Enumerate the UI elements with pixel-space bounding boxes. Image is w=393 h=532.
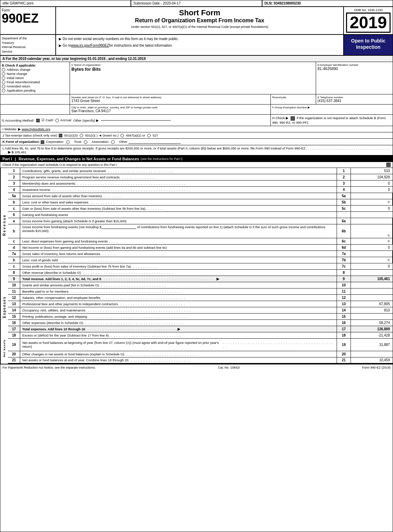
cash-checkbox[interactable]: [36, 119, 40, 122]
address-change-item: Address change: [2, 68, 68, 71]
j-527-radio[interactable]: [147, 134, 151, 137]
row-7a: 7a Gross sales of inventory, less return…: [8, 251, 393, 257]
section-c: C Name of organization Bytes for Bits: [70, 62, 316, 94]
k-assoc-radio[interactable]: [84, 140, 87, 144]
app-pending-label: Application pending: [7, 88, 36, 92]
revenue-section: Revenue 1 Contributions, gifts, grants, …: [0, 168, 393, 282]
efile-text: efile GRAPHIC print: [2, 1, 33, 5]
h-checkbox[interactable]: [291, 116, 295, 121]
instructions-area: ▶ Do not enter social security numbers o…: [56, 35, 344, 55]
row-7b: b Less: cost of goods sold . . . . . . .…: [8, 257, 393, 263]
row6d-line: 6d: [337, 245, 351, 250]
efile-label: efile GRAPHIC print: [0, 0, 131, 6]
city-section: City or town, state or province, country…: [70, 105, 271, 114]
row6c-box: 6c: [337, 238, 351, 244]
row8-num: 8: [8, 270, 20, 276]
amended-return-radio[interactable]: [2, 85, 5, 88]
l-row: L Add lines 5b, 6c, and 7b to line 9 to …: [0, 145, 393, 156]
row19-value: 31,887: [351, 339, 393, 351]
row18-desc: Excess or (deficit) for the year (Subtra…: [20, 332, 337, 338]
part1-label: Part I: [2, 157, 12, 161]
dln-text: DLN: 93492108000230: [265, 1, 301, 5]
row6c-num: c: [8, 238, 20, 244]
row10-desc: Grants and similar amounts paid (list in…: [20, 282, 337, 288]
dept1: Department of the: [2, 36, 54, 41]
j-501c3-checkbox[interactable]: [59, 134, 62, 137]
row7b-desc: Less: cost of goods sold . . . . . . . .…: [20, 257, 337, 263]
row13-value: 67,805: [351, 301, 393, 307]
bcd-row: B Check if applicable: Address change Na…: [0, 62, 393, 94]
row1-value: 533: [351, 168, 393, 174]
row5b-box: 5b: [337, 199, 351, 205]
row6c-amount: 0: [351, 238, 393, 244]
f-label: F Group Exemption Number ▶: [272, 106, 391, 109]
submission-text: Submission Date - 2020-04-17: [133, 1, 181, 5]
row15-line: 15: [337, 314, 351, 319]
d-label: D Employer identification number: [317, 63, 391, 67]
row9-line: 9: [337, 276, 351, 282]
section-e: E Telephone number (415) 637-3841: [316, 94, 393, 104]
row5b-amount: 0: [351, 199, 393, 205]
accrual-radio[interactable]: [55, 119, 59, 122]
address-change-radio[interactable]: [2, 68, 5, 71]
row11-value: [351, 288, 393, 294]
row5b-desc: Less: cost or other basis and sales expe…: [20, 199, 337, 205]
row6a-box: 6a: [337, 218, 351, 224]
k-other-radio[interactable]: [111, 140, 115, 144]
l-arrow: ▶ $: [8, 150, 15, 154]
row-6: 6 Gaming and fundraising events: [8, 212, 393, 218]
row5c-num: c: [8, 206, 20, 211]
name-change-item: Name change: [2, 72, 68, 76]
part1-check-line: Check if the organization used Schedule …: [0, 162, 393, 168]
app-pending-radio[interactable]: [2, 89, 5, 92]
addr-value: 1743 Grove Street: [71, 99, 269, 103]
row19-desc: Net assets or fund balances at beginning…: [20, 339, 337, 351]
row6d-desc: Net income or (loss) from gaming and fun…: [20, 245, 337, 250]
row-12: 12 Salaries, other compensation, and emp…: [8, 295, 393, 301]
row-9: 9 Total revenue. Add lines 1, 2, 3, 4, 5…: [8, 276, 393, 282]
net-assets-section: Net Assets 18 Excess or (deficit) for th…: [0, 332, 393, 364]
ssn-warning-line: ▶ Do not enter social security numbers o…: [59, 37, 340, 41]
row3-line: 3: [337, 180, 351, 186]
row12-value: [351, 295, 393, 301]
amended-return-label: Amended return: [7, 84, 30, 88]
dln: DLN: 93492108000230: [262, 0, 393, 6]
row-20: 20 Other changes in net assets or fund b…: [8, 351, 393, 357]
i-value[interactable]: www.bytes4bits.org: [22, 127, 50, 131]
name-change-radio[interactable]: [2, 72, 5, 76]
row19-line: 19: [337, 339, 351, 351]
part1-checkbox[interactable]: [386, 163, 391, 167]
short-form-title: Short Form: [57, 8, 342, 17]
row12-line: 12: [337, 295, 351, 301]
final-return-radio[interactable]: [2, 80, 5, 84]
irs-url[interactable]: www.irs.gov/Form990EZ: [71, 44, 109, 47]
net-assets-side-label: Net Assets: [0, 332, 8, 364]
initial-return-label: Initial return: [7, 76, 24, 80]
j-4947-radio[interactable]: [120, 134, 124, 137]
row10-num: 10: [8, 282, 20, 288]
row-11: 11 Benefits paid to or for members . . .…: [8, 288, 393, 295]
row-19: 19 Net assets or fund balances at beginn…: [8, 339, 393, 351]
row3-desc: Membership dues and assessments . . . . …: [20, 180, 337, 186]
part1-subtext: Check if the organization used Schedule …: [2, 163, 117, 167]
g-other: Other (specify) ▶: [73, 118, 99, 122]
row2-line: 2: [337, 174, 351, 180]
row15-value: [351, 314, 393, 319]
k-corp-checkbox[interactable]: [41, 140, 44, 144]
l-text: L Add lines 5b, 6c, and 7b to line 9 to …: [2, 146, 305, 150]
j-501c-radio[interactable]: [80, 134, 83, 137]
initial-return-radio[interactable]: [2, 76, 5, 80]
row6a-amount: [351, 218, 393, 224]
addr-label: Number and street (or P. O. box, if mail…: [71, 96, 269, 99]
row5c-value: 0: [351, 206, 393, 211]
row6d-value: 0: [351, 245, 393, 250]
row6-desc: Gaming and fundraising events: [20, 212, 337, 218]
row10-value: [351, 282, 393, 288]
row7c-line: 7c: [337, 263, 351, 269]
net-assets-rows: 18 Excess or (deficit) for the year (Sub…: [8, 332, 393, 364]
k-trust-radio[interactable]: [66, 140, 70, 144]
row6-val-empty: [351, 212, 393, 218]
row6-num: 6: [8, 212, 20, 218]
submission-date: Submission Date - 2020-04-17: [131, 0, 262, 6]
row15-num: 15: [8, 314, 20, 319]
